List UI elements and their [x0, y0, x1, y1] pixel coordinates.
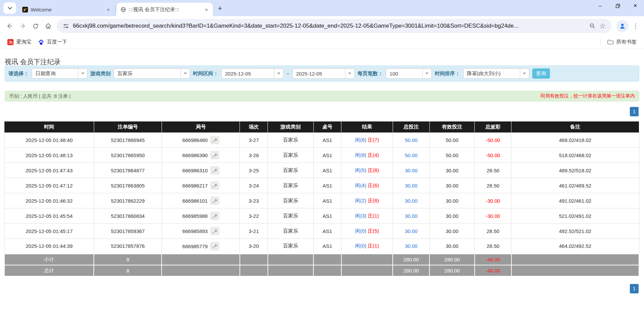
- cell-payout: -50.00: [475, 148, 511, 163]
- tab-search-button[interactable]: [3, 2, 16, 14]
- cell-total-bet-link[interactable]: 30.00: [393, 208, 429, 224]
- cell-time: 2025-12-05 01:48:40: [4, 133, 94, 148]
- video-replay-button[interactable]: [210, 151, 219, 159]
- forward-button[interactable]: [16, 20, 29, 32]
- cell-total-bet-link[interactable]: 30.00: [393, 178, 429, 193]
- new-tab-button[interactable]: +: [215, 3, 225, 13]
- cell-game-type: 百家乐: [268, 224, 313, 239]
- all-bookmarks-button[interactable]: 所有书签: [604, 37, 640, 47]
- filter-bar: 请选择： 日期查询 游戏类别 百家乐 时间区间： 2025-12-05 ~ 20…: [5, 65, 639, 82]
- chevron-down-icon: [422, 69, 431, 78]
- cell-round-id: 666986217: [162, 178, 240, 193]
- column-header: 备注: [511, 122, 639, 133]
- restore-button[interactable]: [609, 0, 626, 11]
- cell-session: 3-22: [240, 208, 268, 224]
- summary-label: 小计: [4, 254, 94, 265]
- page-1-button[interactable]: 1: [630, 107, 639, 116]
- reload-button[interactable]: [29, 20, 42, 32]
- cell-valid-bet: 30.00: [429, 163, 475, 178]
- minimize-button[interactable]: ─: [591, 0, 609, 11]
- browser-menu-icon[interactable]: ⋮: [631, 22, 641, 30]
- profile-avatar[interactable]: [616, 20, 628, 32]
- cell-result: 闲(0) 庄(5): [341, 224, 393, 239]
- cell-time: 2025-12-05 01:45:17: [4, 224, 94, 239]
- video-replay-button[interactable]: [210, 136, 219, 144]
- cell-total-bet-link[interactable]: 30.00: [393, 193, 429, 208]
- person-icon: [619, 22, 626, 30]
- site-settings-icon[interactable]: [61, 21, 71, 31]
- back-button[interactable]: [3, 20, 16, 32]
- chevron-down-icon: [8, 7, 12, 10]
- video-replay-button[interactable]: [210, 166, 219, 174]
- pagination-top: 1: [5, 107, 639, 116]
- reload-icon: [32, 23, 39, 29]
- page-content: 视讯 会员下注纪录 请选择： 日期查询 游戏类别 百家乐 时间区间： 2025-…: [0, 49, 644, 293]
- bookmark-baidu[interactable]: 百度一下: [35, 37, 71, 47]
- cell-session: 3-21: [240, 224, 268, 239]
- game-type-select[interactable]: 百家乐: [114, 68, 190, 79]
- date-start-select[interactable]: 2025-12-05: [221, 68, 283, 79]
- cell-game-type: 百家乐: [268, 133, 313, 148]
- video-replay-button[interactable]: [210, 242, 219, 250]
- cell-time: 2025-12-05 01:47:43: [4, 163, 94, 178]
- video-replay-button[interactable]: [210, 227, 219, 235]
- sort-select[interactable]: 降幂(由大到小): [463, 68, 529, 79]
- date-end-select[interactable]: 2025-12-05: [292, 68, 355, 79]
- search-button[interactable]: 查询: [532, 68, 550, 79]
- cell-table-no: AS1: [313, 193, 341, 208]
- tab-title: Welcome: [31, 7, 103, 12]
- cell-total-bet-link[interactable]: 30.00: [393, 224, 429, 239]
- currency-summary: 币别 : 人民币 | 总共 :8 注单 |: [9, 93, 71, 99]
- cell-total-bet-link[interactable]: 30.00: [393, 163, 429, 178]
- cell-total-bet-link[interactable]: 50.00: [393, 133, 429, 148]
- bookmark-taobao[interactable]: 淘 爱淘宝: [4, 37, 35, 47]
- per-page-value: 100: [386, 69, 422, 78]
- cell-round-id: 666985779: [162, 239, 240, 254]
- chevron-down-icon: [274, 69, 283, 78]
- date-end-value: 2025-12-05: [293, 69, 345, 78]
- cell-bet-id: 523017866945: [94, 133, 162, 148]
- cell-bet-id: 523017857876: [94, 239, 162, 254]
- cell-game-type: 百家乐: [268, 148, 313, 163]
- cell-total-bet-link[interactable]: 50.00: [393, 148, 429, 163]
- cell-remark: 468.02/418.02: [511, 133, 639, 148]
- browser-titlebar: Welcome × :::视讯 会员下注纪录::: × + ─ ✕: [0, 0, 644, 16]
- cell-time: 2025-12-05 01:47:12: [4, 178, 94, 193]
- cell-remark: 491.02/461.02: [511, 193, 639, 208]
- tab-close-icon[interactable]: ×: [203, 6, 209, 12]
- tab-close-icon[interactable]: ×: [105, 6, 111, 12]
- url-text[interactable]: 66cxkj98.com/game/betrecord_search/kind3…: [73, 23, 587, 29]
- zoom-icon[interactable]: [587, 21, 597, 31]
- subtotal-row: 小计8280.00280.00-46.00: [4, 254, 639, 265]
- bet-records-table: 时间注单编号局号场次游戏类别桌号结果总投注有效投注总派彩备注 2025-12-0…: [4, 121, 639, 277]
- tab-welcome[interactable]: Welcome ×: [18, 3, 115, 16]
- cell-bet-id: 523017863805: [94, 178, 162, 193]
- summary-bar: 币别 : 人民币 | 总共 :8 注单 | 同局有效投注，统一计算在该局第一张注…: [5, 91, 639, 102]
- close-window-button[interactable]: ✕: [626, 0, 644, 11]
- cell-result: 闲(3) 庄(1): [341, 208, 393, 224]
- cell-table-no: AS1: [313, 163, 341, 178]
- cell-result: 闲(6) 庄(7): [341, 133, 393, 148]
- cell-game-type: 百家乐: [268, 208, 313, 224]
- table-row: 2025-12-05 01:47:12523017863805666986217…: [4, 178, 639, 193]
- all-bookmarks-label: 所有书签: [616, 39, 637, 45]
- page-1-button[interactable]: 1: [630, 284, 639, 293]
- video-replay-button[interactable]: [210, 212, 219, 220]
- video-replay-button[interactable]: [210, 197, 219, 205]
- bookmark-star-icon[interactable]: ☆: [597, 21, 608, 31]
- select-mode-label: 请选择：: [8, 70, 29, 77]
- baidu-paw-icon: [38, 39, 44, 45]
- cell-total-bet-link[interactable]: 30.00: [393, 239, 429, 254]
- query-mode-select[interactable]: 日期查询: [32, 68, 87, 79]
- tab-divider: [115, 5, 116, 12]
- tab-bet-records[interactable]: :::视讯 会员下注纪录::: ×: [116, 3, 213, 16]
- video-replay-button[interactable]: [210, 181, 219, 190]
- chevron-down-icon: [78, 69, 87, 78]
- cell-table-no: AS1: [313, 178, 341, 193]
- url-bar[interactable]: 66cxkj98.com/game/betrecord_search/kind3…: [57, 19, 612, 33]
- table-row: 2025-12-05 01:47:43523017864877666986310…: [4, 163, 639, 178]
- per-page-select[interactable]: 100: [386, 68, 432, 79]
- table-row: 2025-12-05 01:48:13523017865950666986390…: [4, 148, 639, 163]
- home-button[interactable]: [42, 20, 55, 32]
- cell-payout: 28.50: [475, 163, 511, 178]
